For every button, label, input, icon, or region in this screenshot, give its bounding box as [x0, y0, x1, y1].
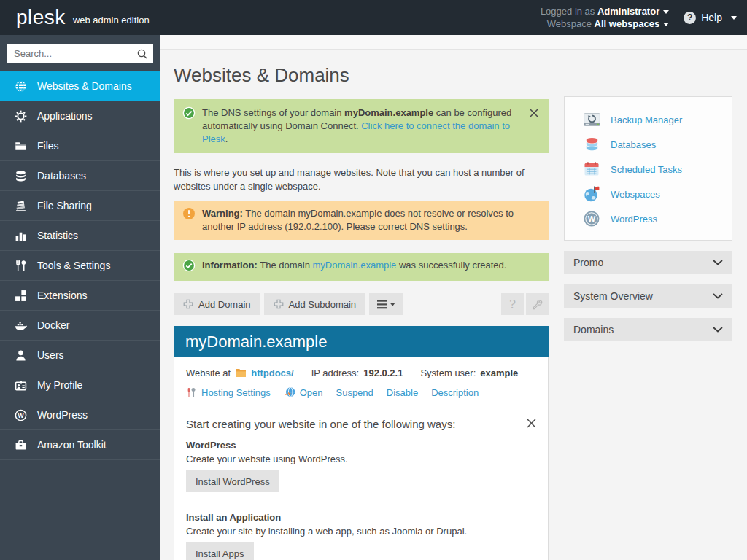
- hosting-settings-link[interactable]: Hosting Settings: [186, 387, 271, 398]
- help-menu[interactable]: ? Help: [684, 12, 737, 24]
- customize-icon-button[interactable]: [526, 293, 549, 315]
- system-user-value: example: [480, 368, 518, 378]
- shortcut-databases[interactable]: Databases: [582, 132, 724, 157]
- sidebar-item-label: File Sharing: [37, 200, 92, 211]
- sidebar-item-applications[interactable]: Applications: [0, 101, 160, 131]
- bar-chart-icon: [15, 230, 27, 242]
- add-domain-button[interactable]: Add Domain: [174, 293, 260, 315]
- webspace-selector[interactable]: All webspaces: [595, 18, 660, 29]
- globe-flag-icon: [582, 185, 601, 203]
- shortcut-scheduled-tasks[interactable]: Scheduled Tasks: [582, 157, 724, 182]
- sidebar: Websites & Domains Applications Files Da…: [0, 35, 160, 560]
- option-name: WordPress: [186, 440, 536, 451]
- open-site-link[interactable]: Open: [284, 386, 323, 398]
- shortcut-label[interactable]: Webspaces: [611, 189, 660, 200]
- success-check-icon: [182, 106, 196, 123]
- sidebar-item-label: Websites & Domains: [37, 80, 132, 92]
- getting-started-header: Start creating your website in one of th…: [186, 418, 536, 430]
- sidebar-item-amazon-toolkit[interactable]: Amazon Toolkit: [0, 430, 160, 460]
- sidebar-item-files[interactable]: Files: [0, 131, 160, 161]
- toolbox-icon: [15, 439, 27, 451]
- domains-panel-toggle[interactable]: Domains: [564, 318, 732, 341]
- domain-actions: Hosting Settings Open Suspend Disable De…: [186, 386, 536, 398]
- shortcut-backup-manager[interactable]: Backup Manager: [582, 107, 724, 132]
- panel-label: System Overview: [573, 290, 653, 302]
- sidebar-item-label: Applications: [37, 110, 93, 122]
- close-icon[interactable]: [528, 106, 540, 122]
- shortcut-label[interactable]: Scheduled Tasks: [611, 164, 682, 175]
- wordpress-option: WordPress Create your website using Word…: [186, 440, 536, 492]
- close-icon[interactable]: [527, 419, 536, 430]
- id-card-icon: [15, 379, 27, 392]
- tools-icon: [15, 260, 27, 272]
- sidebar-item-databases[interactable]: Databases: [0, 161, 160, 191]
- system-overview-panel-toggle[interactable]: System Overview: [564, 284, 732, 308]
- sidebar-item-docker[interactable]: Docker: [0, 311, 160, 341]
- webspace-row: Webspace All webspaces: [541, 18, 669, 30]
- add-subdomain-button[interactable]: Add Subdomain: [264, 293, 366, 315]
- domain-created-text: Information: The domain myDomain.example…: [202, 259, 540, 272]
- shortcut-label[interactable]: Databases: [611, 139, 656, 150]
- chevron-down-icon[interactable]: [663, 10, 669, 14]
- docker-whale-icon: [15, 320, 27, 331]
- domain-created-alert: Information: The domain myDomain.example…: [174, 253, 549, 281]
- sidebar-item-label: Statistics: [37, 230, 78, 241]
- dns-warning-text: Warning: The domain myDomain.example doe…: [202, 207, 540, 233]
- system-user-label: System user:: [420, 368, 476, 378]
- option-name: Install an Application: [186, 512, 536, 523]
- chevron-down-icon: [731, 16, 737, 20]
- page-title: Websites & Domains: [174, 64, 549, 86]
- wrench-icon: [531, 298, 543, 311]
- shortcuts-box: Backup Manager Databases Scheduled Tasks…: [564, 96, 732, 241]
- chevron-down-icon[interactable]: [663, 23, 669, 26]
- sidebar-item-websites-domains[interactable]: Websites & Domains: [0, 71, 160, 101]
- search-input[interactable]: [7, 44, 153, 63]
- sidebar-item-tools-settings[interactable]: Tools & Settings: [0, 251, 160, 281]
- logged-in-as-row: Logged in as Administrator: [541, 5, 669, 18]
- promo-panel-toggle[interactable]: Promo: [564, 251, 732, 274]
- sidebar-item-label: Amazon Toolkit: [37, 439, 107, 451]
- backup-drive-icon: [582, 112, 601, 128]
- domain-info-line: Website at httpdocs/ IP address: 192.0.2…: [186, 368, 536, 378]
- blocks-icon: [15, 289, 27, 302]
- suspend-link[interactable]: Suspend: [336, 387, 373, 398]
- dns-connect-alert: The DNS settings of your domain myDomain…: [174, 99, 549, 153]
- sidebar-item-extensions[interactable]: Extensions: [0, 281, 160, 311]
- right-panel: Backup Manager Databases Scheduled Tasks…: [564, 50, 732, 341]
- shortcut-webspaces[interactable]: Webspaces: [582, 182, 724, 206]
- sidebar-item-statistics[interactable]: Statistics: [0, 221, 160, 251]
- warning-icon: [182, 207, 196, 224]
- ip-label: IP address:: [311, 368, 360, 378]
- question-icon: ?: [509, 297, 516, 311]
- help-icon-button[interactable]: ?: [501, 293, 524, 315]
- help-label: Help: [701, 12, 722, 23]
- sidebar-item-label: Extensions: [37, 289, 87, 301]
- shortcut-label[interactable]: Backup Manager: [611, 114, 682, 125]
- install-wordpress-button[interactable]: Install WordPress: [186, 470, 279, 492]
- sidebar-item-wordpress[interactable]: W WordPress: [0, 400, 160, 430]
- user-menu[interactable]: Administrator: [597, 6, 659, 17]
- disable-link[interactable]: Disable: [387, 387, 418, 398]
- search-icon[interactable]: [136, 48, 148, 60]
- sidebar-item-file-sharing[interactable]: File Sharing: [0, 191, 160, 221]
- domains-toolbar: Add Domain Add Subdomain ?: [174, 293, 549, 315]
- sidebar-item-users[interactable]: Users: [0, 341, 160, 370]
- help-question-icon: ?: [684, 12, 696, 24]
- domain-card: myDomain.example Website at httpdocs/ IP…: [174, 326, 549, 560]
- more-actions-menu-button[interactable]: [369, 293, 403, 315]
- shortcut-wordpress[interactable]: W WordPress: [582, 206, 724, 231]
- plus-icon: [183, 299, 193, 309]
- created-domain-link[interactable]: myDomain.example: [312, 260, 396, 271]
- main-top-strip: [160, 35, 747, 50]
- edition-label: web admin edition: [73, 15, 150, 28]
- docroot-link[interactable]: httpdocs/: [251, 368, 294, 378]
- install-apps-button[interactable]: Install Apps: [186, 542, 254, 560]
- calendar-icon: [582, 160, 601, 178]
- database-icon: [15, 170, 27, 182]
- option-description: Create your website using WordPress.: [186, 453, 536, 465]
- sidebar-item-label: Users: [37, 349, 64, 361]
- sidebar-item-my-profile[interactable]: My Profile: [0, 370, 160, 400]
- description-link[interactable]: Description: [431, 387, 479, 398]
- shortcut-label[interactable]: WordPress: [611, 214, 657, 225]
- svg-text:W: W: [588, 214, 596, 223]
